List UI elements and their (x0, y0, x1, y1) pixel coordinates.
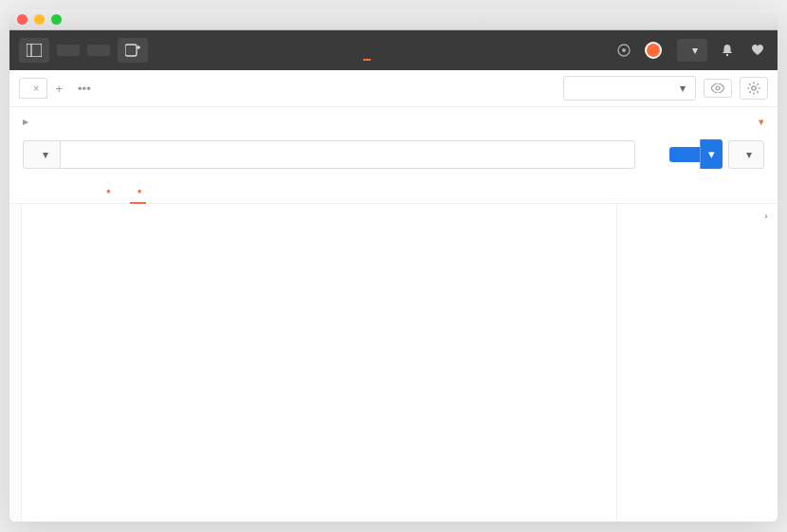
svg-rect-0 (27, 44, 42, 57)
chevron-down-icon: ▾ (680, 82, 686, 95)
environment-select[interactable]: ▾ (563, 76, 696, 101)
chevron-down-icon: ▾ (692, 44, 698, 57)
request-tab[interactable]: × (19, 78, 47, 99)
window-controls (17, 14, 62, 25)
tab-headers[interactable] (46, 182, 68, 197)
tab-overflow-button[interactable]: ••• (70, 78, 99, 100)
tab-authorization[interactable] (23, 182, 46, 197)
request-tabs-bar: × + ••• ▾ (9, 70, 778, 107)
svg-point-8 (716, 86, 720, 90)
code-lines[interactable] (22, 204, 616, 522)
tab-prerequest[interactable] (91, 176, 122, 203)
svg-line-14 (749, 83, 751, 85)
svg-point-9 (752, 86, 756, 90)
zoom-window-button[interactable] (51, 14, 62, 25)
user-dropdown[interactable]: ▾ (677, 39, 707, 62)
new-tab-button[interactable] (118, 38, 148, 63)
snippets-header: › (627, 211, 768, 221)
new-tab-icon (125, 44, 140, 57)
tab-body[interactable] (68, 182, 91, 197)
settings-button[interactable] (740, 77, 768, 100)
close-tab-icon[interactable]: × (33, 83, 39, 94)
toggle-sidebar-button[interactable] (19, 38, 49, 63)
params-button[interactable] (641, 148, 664, 161)
url-input[interactable] (61, 140, 635, 169)
svg-line-15 (757, 91, 759, 93)
sidebar-icon (27, 44, 42, 57)
request-url-row: ▾ ▾ ▾ (9, 136, 778, 176)
snippets-panel: › (616, 204, 778, 522)
heart-icon[interactable] (747, 40, 768, 61)
svg-line-16 (749, 91, 751, 93)
team-library-nav[interactable] (390, 40, 397, 61)
send-dropdown[interactable]: ▾ (700, 139, 723, 169)
add-tab-button[interactable]: + (47, 78, 70, 100)
collapse-request-icon[interactable]: ▸ (23, 115, 28, 128)
titlebar (9, 9, 778, 30)
svg-point-7 (726, 54, 728, 56)
sync-status[interactable] (645, 42, 668, 59)
import-button[interactable] (87, 45, 110, 56)
minimize-window-button[interactable] (34, 14, 45, 25)
method-select[interactable]: ▾ (23, 140, 61, 169)
send-button[interactable] (669, 147, 700, 162)
notifications-icon[interactable] (717, 40, 738, 61)
env-quicklook-button[interactable] (704, 79, 732, 98)
chevron-right-icon[interactable]: › (765, 211, 769, 221)
tab-tests[interactable] (122, 176, 154, 203)
save-button[interactable]: ▾ (728, 140, 764, 169)
main-toolbar: ▾ (9, 30, 778, 70)
sync-icon (645, 42, 662, 59)
code-editor[interactable] (9, 204, 616, 522)
content-area: › (9, 204, 778, 522)
runner-button[interactable] (57, 45, 80, 56)
chevron-down-icon: ▾ (746, 148, 752, 161)
svg-line-17 (757, 83, 759, 85)
line-gutter (9, 204, 22, 522)
gear-icon (747, 82, 760, 95)
svg-point-6 (622, 48, 626, 52)
close-window-button[interactable] (17, 14, 27, 25)
request-section-tabs (9, 176, 778, 204)
svg-rect-2 (125, 45, 137, 56)
examples-link[interactable]: ▾ (759, 116, 764, 128)
request-header: ▸ ▾ (9, 107, 778, 136)
builder-nav[interactable] (363, 40, 371, 61)
chevron-down-icon: ▾ (43, 148, 48, 161)
capture-icon[interactable] (613, 39, 635, 62)
eye-icon (711, 83, 724, 93)
